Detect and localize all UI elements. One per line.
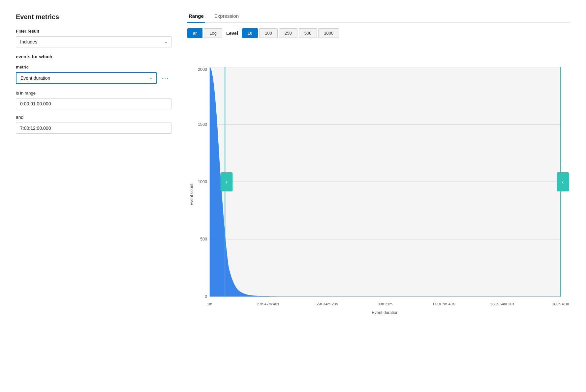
and-label: and xyxy=(16,115,171,120)
filter-result-label: Filter result xyxy=(16,29,171,34)
metric-select[interactable]: Event duration Event count CPU usage xyxy=(16,72,157,84)
level-10-button[interactable]: 10 xyxy=(242,28,258,38)
events-for-which-label: events for which xyxy=(16,54,171,59)
y-tick-0: 0 xyxy=(205,294,207,299)
range-start-input[interactable] xyxy=(16,98,171,109)
chart-svg: Event count 0 500 1000 1500 2000 xyxy=(187,43,570,340)
right-handle-arrow: ‹ xyxy=(562,179,564,185)
x-tick-166h: 166h 41m xyxy=(552,302,569,306)
y-tick-500: 500 xyxy=(200,237,207,241)
chart-controls: ar Log Level 10 100 250 500 1000 xyxy=(187,28,570,38)
tabs-container: Range Expression xyxy=(187,11,570,23)
panel-title: Event metrics xyxy=(16,13,171,21)
x-tick-55h: 55h 34m 20s xyxy=(316,302,338,306)
range-end-input[interactable] xyxy=(16,123,171,134)
x-tick-27h: 27h 47m 40s xyxy=(257,302,279,306)
metric-label: metric xyxy=(16,65,171,70)
x-tick-1m: 1m xyxy=(207,302,212,306)
y-axis-label: Event count xyxy=(189,183,194,206)
level-label: Level xyxy=(226,31,238,36)
filter-result-wrapper: Includes Excludes ⌄ xyxy=(16,36,171,47)
x-tick-111h: 111h 7m 40s xyxy=(432,302,454,306)
y-tick-1000: 1000 xyxy=(198,180,207,184)
y-tick-2000: 2000 xyxy=(198,67,207,72)
level-250-button[interactable]: 250 xyxy=(279,28,297,38)
left-handle-arrow: › xyxy=(226,179,228,185)
more-options-button[interactable]: ··· xyxy=(159,73,171,83)
level-1000-button[interactable]: 1000 xyxy=(318,28,339,38)
chart-area: Event count 0 500 1000 1500 2000 xyxy=(187,43,570,340)
is-in-range-label: is in range xyxy=(16,91,171,96)
x-tick-83h: 83h 21m xyxy=(378,302,392,306)
level-500-button[interactable]: 500 xyxy=(299,28,317,38)
metric-select-wrapper: Event duration Event count CPU usage ⌄ xyxy=(16,72,157,84)
tab-expression[interactable]: Expression xyxy=(213,11,240,23)
x-axis-label: Event duration xyxy=(372,310,398,315)
scale-linear-button[interactable]: ar xyxy=(187,28,202,38)
scale-log-button[interactable]: Log xyxy=(204,28,222,38)
right-panel: Range Expression ar Log Level 10 100 250… xyxy=(179,8,578,384)
filter-result-select[interactable]: Includes Excludes xyxy=(16,36,171,47)
left-panel: Event metrics Filter result Includes Exc… xyxy=(8,8,179,384)
x-tick-138h: 138h 54m 20s xyxy=(490,302,514,306)
metric-row: Event duration Event count CPU usage ⌄ ·… xyxy=(16,72,171,84)
tab-range[interactable]: Range xyxy=(187,11,205,23)
level-100-button[interactable]: 100 xyxy=(259,28,278,38)
y-tick-1500: 1500 xyxy=(198,122,207,127)
